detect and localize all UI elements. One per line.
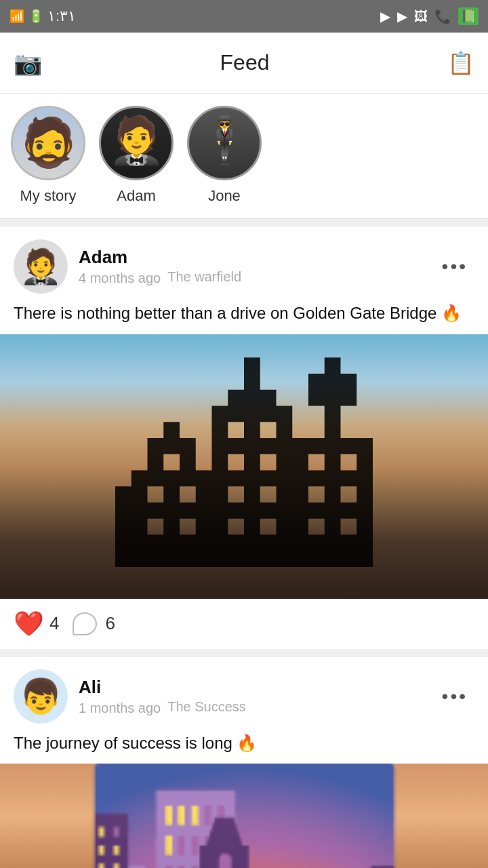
adam-post-image[interactable] — [0, 334, 488, 599]
camera-icon[interactable]: 📷 — [14, 50, 42, 77]
adam-post-actions: ❤️ 4 6 — [0, 599, 488, 649]
notes-icon[interactable]: 📋 — [447, 50, 474, 76]
adam-time: 4 months ago — [79, 271, 161, 286]
adam-meta: Adam 4 months ago The warfield — [79, 247, 424, 286]
post-card-adam: 🤵 Adam 4 months ago The warfield ••• The… — [0, 227, 488, 649]
post-more-icon-ali[interactable]: ••• — [435, 686, 474, 707]
status-time: ١:٣١ — [47, 7, 76, 25]
gallery-icon: 🖼 — [414, 9, 428, 24]
adam-post-text: There is nothing better than a drive on … — [0, 302, 488, 334]
post-header-adam: 🤵 Adam 4 months ago The warfield ••• — [0, 227, 488, 302]
ali-meta: Ali 1 months ago The Success — [79, 677, 424, 716]
adam-name: Adam — [79, 247, 424, 268]
adam-story-avatar — [99, 106, 174, 180]
adam-location: The warfield — [167, 269, 241, 285]
battery-icon: 🔋 — [28, 9, 43, 24]
nyc-city-image — [0, 764, 488, 868]
post-header-ali: 👦 Ali 1 months ago The Success ••• — [0, 657, 488, 732]
adam-comment-count: 6 — [105, 613, 115, 634]
status-bar: ١:٣١ 🔋 📶 ▶ ▶ 🖼 📞 📗 — [0, 0, 488, 33]
feed: 🤵 Adam 4 months ago The warfield ••• The… — [0, 219, 488, 868]
header: 📷 Feed 📋 — [0, 33, 488, 94]
adam-likes[interactable]: ❤️ 4 — [14, 610, 59, 638]
post-more-icon-adam[interactable]: ••• — [435, 256, 474, 277]
ali-name: Ali — [79, 677, 424, 698]
ali-avatar[interactable]: 👦 — [14, 669, 68, 724]
youtube-icon-2: ▶ — [397, 8, 407, 24]
story-item-my-story[interactable]: My story — [11, 106, 85, 205]
adam-story-label: Adam — [117, 187, 155, 205]
my-story-label: My story — [20, 187, 76, 205]
aerial-city-image — [0, 334, 488, 599]
ali-post-image[interactable] — [0, 764, 488, 868]
adam-avatar[interactable]: 🤵 — [14, 239, 68, 294]
ali-post-text: The journey of success is long 🔥 — [0, 732, 488, 764]
comment-bubble-icon[interactable] — [73, 612, 97, 635]
ali-location: The Success — [167, 699, 246, 715]
stories-bar: My story Adam Jone — [0, 94, 488, 219]
signal-icon: 📶 — [9, 9, 24, 24]
youtube-icon-1: ▶ — [380, 8, 390, 24]
story-item-jone[interactable]: Jone — [187, 106, 262, 205]
whatsapp-icon: 📞 — [434, 8, 451, 24]
status-icons-right: ▶ ▶ 🖼 📞 📗 — [380, 7, 479, 25]
adam-like-count: 4 — [49, 613, 59, 634]
my-story-avatar — [11, 106, 85, 180]
post-card-ali: 👦 Ali 1 months ago The Success ••• The j… — [0, 657, 488, 868]
heart-icon[interactable]: ❤️ — [14, 610, 44, 638]
ali-time: 1 months ago — [79, 701, 161, 716]
adam-comments[interactable]: 6 — [73, 612, 115, 635]
jone-story-label: Jone — [208, 187, 241, 205]
story-item-adam[interactable]: Adam — [99, 106, 174, 205]
jone-story-avatar — [187, 106, 262, 180]
book-app-icon: 📗 — [458, 7, 479, 25]
status-time-area: ١:٣١ 🔋 📶 — [9, 7, 76, 25]
page-title: Feed — [220, 50, 270, 75]
